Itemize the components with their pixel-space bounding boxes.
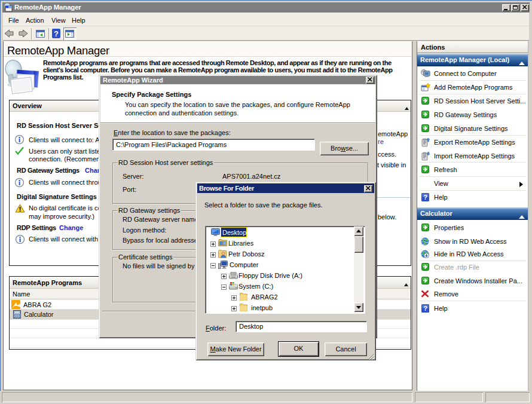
- svg-text:?: ?: [423, 194, 427, 201]
- svg-text:?: ?: [54, 29, 59, 38]
- svg-text:?: ?: [423, 305, 427, 312]
